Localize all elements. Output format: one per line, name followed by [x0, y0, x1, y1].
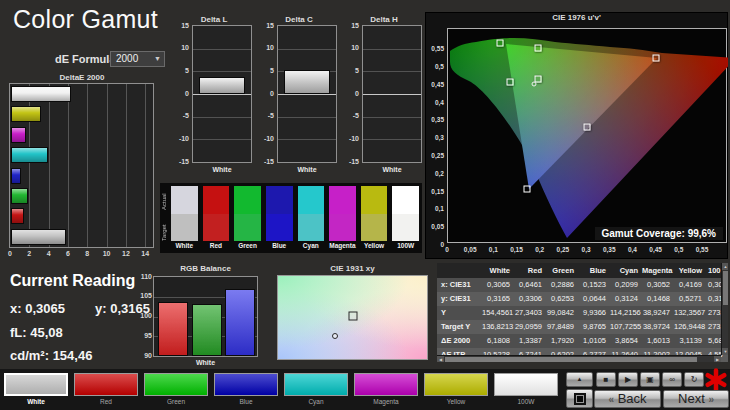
table-horizontal-scrollbar[interactable]: ◀ ▶ — [437, 355, 721, 362]
pattern-swatch — [144, 373, 208, 396]
gridline — [145, 84, 146, 247]
table-cell: 126,9448 — [674, 320, 706, 334]
pattern-swatch — [284, 373, 348, 396]
y-tick-label: -15 — [174, 158, 189, 165]
swatch-label: Red — [203, 242, 230, 251]
continuous-button[interactable]: ∞ — [662, 372, 682, 387]
pattern-blue[interactable]: Blue — [214, 373, 278, 405]
bar-white — [199, 77, 245, 94]
pattern-window-button[interactable] — [566, 389, 593, 408]
swatch-pair-red: Red — [203, 186, 230, 251]
y-tick-label: 105 — [137, 292, 152, 299]
scroll-left-icon[interactable]: ◀ — [437, 356, 444, 362]
table-vertical-scrollbar[interactable]: ▲ ▼ — [721, 263, 728, 355]
table-cell: 0,3306 — [514, 292, 546, 306]
table-cell: 1,0105 — [578, 334, 610, 348]
x-tick-label: 0,5 — [674, 246, 683, 253]
x-tick-label: 8 — [85, 250, 89, 257]
bar-cyan — [11, 147, 48, 163]
y-tick-label: 10 — [344, 44, 359, 51]
y-tick-label: 0,35 — [426, 116, 444, 123]
pattern-label: 100W — [494, 398, 558, 405]
chevron-right-icon: » — [708, 394, 714, 405]
x-tick-label: 4 — [47, 250, 51, 257]
table-cell: 29,0959 — [514, 320, 546, 334]
pattern-options-up-button[interactable]: ▲ — [566, 372, 593, 387]
table-cell: 0,6253 — [546, 292, 578, 306]
bar-green — [11, 188, 28, 204]
bar-g — [192, 304, 222, 356]
pattern-yellow[interactable]: Yellow — [424, 373, 488, 405]
rgb-balance-chart: RGB Balance White 1101051009590 — [137, 264, 268, 366]
refresh-button[interactable]: ↻ — [684, 372, 704, 387]
x-tick-label: 0,3 — [582, 246, 591, 253]
table-cell: 9,8765 — [578, 320, 610, 334]
x-tick-label: 10 — [103, 250, 111, 257]
gridline — [278, 49, 336, 50]
y-tick-label: 0,05 — [426, 223, 444, 230]
gridline — [278, 139, 336, 140]
target-swatch — [329, 214, 356, 242]
column-header: Red — [514, 263, 546, 278]
save-button[interactable]: ▣ — [640, 372, 660, 387]
pattern-label: Yellow — [424, 398, 488, 405]
pattern-swatch — [424, 373, 488, 396]
blue-target-marker — [523, 185, 530, 192]
pattern-red[interactable]: Red — [74, 373, 138, 405]
table-cell: 0,3065 — [482, 278, 514, 292]
de-formula-dropdown[interactable]: ▼ 2000 — [110, 51, 165, 67]
swatch-pair-yellow: Yellow — [361, 186, 388, 251]
pattern-label: White — [4, 398, 68, 405]
table-cell: 3,1139 — [674, 334, 706, 348]
pattern-swatch — [74, 373, 138, 396]
pattern-cyan[interactable]: Cyan — [284, 373, 348, 405]
y-tick-label: 5 — [344, 67, 359, 74]
bar-blue — [11, 168, 21, 184]
next-button[interactable]: Next » — [663, 390, 729, 408]
scroll-up-icon[interactable]: ▲ — [722, 263, 728, 270]
chromaticity-horseshoe — [448, 29, 728, 244]
bar-white — [284, 70, 330, 94]
swatch-pair-green: Green — [234, 186, 261, 251]
column-header: Magenta — [642, 263, 674, 278]
cie1931-chart: CIE 1931 xy — [272, 264, 433, 364]
actual-swatch — [203, 186, 230, 214]
pattern-green[interactable]: Green — [144, 373, 208, 405]
table-cell: 0,3124 — [610, 292, 642, 306]
table-cell: 114,2156 — [610, 306, 642, 320]
x-axis-label: White — [277, 166, 337, 173]
pattern-100w[interactable]: 100W — [494, 373, 558, 405]
pattern-magenta[interactable]: Magenta — [354, 373, 418, 405]
target-swatch — [361, 214, 388, 242]
target-swatch — [203, 214, 230, 242]
row-label: Target Y — [437, 320, 482, 334]
table-row: ΔE 20006,18081,33871,79201,01053,86541,6… — [437, 334, 728, 348]
back-button[interactable]: « Back — [594, 390, 661, 408]
chart-title: CIE 1976 u'v' — [426, 13, 727, 22]
scroll-down-icon[interactable]: ▼ — [722, 348, 728, 355]
pattern-label: Red — [74, 398, 138, 405]
scroll-right-icon[interactable]: ▶ — [714, 356, 721, 362]
swatch-label: Cyan — [298, 242, 325, 251]
x-tick-label: 0 — [8, 250, 12, 257]
scrollbar-thumb[interactable] — [445, 357, 697, 362]
play-button[interactable]: ▶ — [618, 372, 638, 387]
gridline — [126, 84, 127, 247]
chart-title: CIE 1931 xy — [272, 264, 433, 273]
table-cell: 0,0644 — [578, 292, 610, 306]
y-tick-label: -15 — [344, 158, 359, 165]
y-tick-label: 90 — [137, 352, 152, 359]
stop-button[interactable]: ■ — [596, 372, 616, 387]
y-tick-label: 0,45 — [426, 80, 444, 87]
actual-swatch — [361, 186, 388, 214]
scrollbar-thumb[interactable] — [723, 271, 728, 305]
y-tick-label: -10 — [344, 135, 359, 142]
x-tick-label: 0 — [445, 246, 449, 253]
table-cell: 97,8489 — [546, 320, 578, 334]
pattern-window-icon — [574, 393, 586, 405]
row-label: ΔE 2000 — [437, 334, 482, 348]
gamut-coverage-value: 99,6% — [688, 228, 716, 239]
gridline — [363, 117, 421, 118]
pattern-white[interactable]: White — [4, 373, 68, 405]
y-tick-label: -15 — [259, 158, 274, 165]
